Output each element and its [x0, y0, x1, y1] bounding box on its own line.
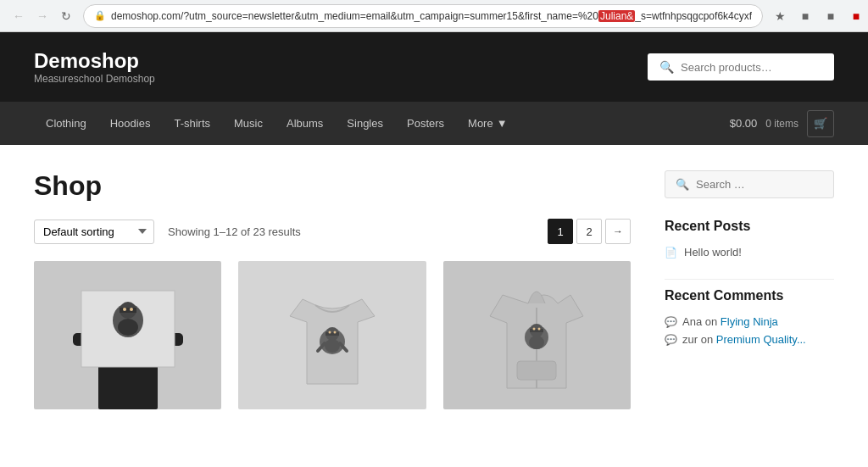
product-card-1[interactable]: [34, 261, 221, 409]
product-card-3[interactable]: [443, 261, 631, 409]
sidebar-post-hello-world[interactable]: 📄 Hello world!: [665, 246, 834, 259]
svg-rect-23: [517, 361, 556, 380]
sidebar: 🔍 Recent Posts 📄 Hello world! Recent Com…: [665, 170, 834, 409]
sidebar-search-input[interactable]: [696, 178, 823, 191]
sidebar-comment-1: 💬 Ana on Flying Ninja: [665, 315, 834, 328]
post-label: Hello world!: [684, 246, 742, 259]
sidebar-search-icon: 🔍: [676, 178, 689, 191]
nav-item-albums[interactable]: Albums: [275, 102, 335, 145]
bookmark-button[interactable]: ★: [770, 6, 790, 26]
sort-select[interactable]: Default sorting Sort by popularity Sort …: [34, 220, 154, 244]
product-image-1: [56, 261, 200, 409]
nav-link-clothing[interactable]: Clothing: [34, 102, 98, 145]
nav-menu: Clothing Hoodies T-shirts Music Albums S…: [34, 102, 520, 145]
nav-item-clothing[interactable]: Clothing: [34, 102, 98, 145]
extension-button-3[interactable]: ■: [846, 6, 866, 26]
svg-point-9: [123, 308, 126, 311]
svg-point-29: [529, 336, 544, 349]
product-card-2[interactable]: [238, 261, 426, 409]
store-logo: Demoshop Measureschool Demoshop: [34, 49, 155, 85]
search-input[interactable]: [681, 61, 822, 74]
nav-link-tshirts[interactable]: T-shirts: [162, 102, 222, 145]
nav-link-posters[interactable]: Posters: [395, 102, 456, 145]
post-icon: 📄: [665, 247, 677, 259]
comment-icon-2: 💬: [665, 334, 677, 346]
nav-item-music[interactable]: Music: [222, 102, 275, 145]
recent-comments-title: Recent Comments: [665, 288, 834, 303]
sidebar-comment-2: 💬 zur on Premium Quality...: [665, 333, 834, 346]
comment-author-2: zur on: [682, 333, 713, 346]
back-button[interactable]: ←: [8, 6, 29, 26]
nav-link-music[interactable]: Music: [222, 102, 275, 145]
forward-button[interactable]: →: [32, 6, 53, 26]
browser-actions: ★ ■ ■ ■: [770, 6, 866, 26]
sidebar-divider-1: [665, 279, 834, 280]
svg-rect-26: [530, 329, 543, 332]
sidebar-search[interactable]: 🔍: [665, 170, 834, 198]
product-image-2: [260, 261, 404, 409]
sidebar-recent-posts: Recent Posts 📄 Hello world!: [665, 219, 834, 259]
nav-item-hoodies[interactable]: Hoodies: [98, 102, 163, 145]
comment-icon-1: 💬: [665, 316, 677, 328]
browser-nav-buttons: ← → ↻: [8, 6, 76, 26]
nav-link-singles[interactable]: Singles: [335, 102, 395, 145]
svg-point-28: [538, 328, 541, 331]
nav-item-tshirts[interactable]: T-shirts: [162, 102, 222, 145]
products-grid: [34, 261, 631, 409]
svg-point-17: [333, 331, 336, 334]
url-highlight: Julian&: [598, 10, 635, 22]
svg-point-18: [325, 339, 340, 353]
sidebar-recent-comments: Recent Comments 💬 Ana on Flying Ninja 💬 …: [665, 288, 834, 346]
results-text: Showing 1–12 of 23 results: [168, 225, 301, 238]
store-nav: Clothing Hoodies T-shirts Music Albums S…: [0, 102, 868, 145]
svg-rect-8: [120, 308, 136, 313]
svg-rect-15: [326, 332, 339, 336]
svg-point-27: [533, 328, 536, 331]
comment-link-1[interactable]: Flying Ninja: [721, 315, 778, 328]
nav-more-label: More: [468, 117, 493, 130]
comment-link-2[interactable]: Premium Quality...: [716, 333, 806, 346]
page-btn-1[interactable]: 1: [548, 219, 573, 244]
nav-link-albums[interactable]: Albums: [275, 102, 335, 145]
cart-items-count: 0 items: [765, 118, 798, 130]
cart-icon: 🛒: [814, 117, 827, 130]
page-btn-next[interactable]: →: [605, 219, 631, 244]
cart-button[interactable]: 🛒: [807, 110, 834, 137]
nav-more-dropdown[interactable]: More ▼: [456, 102, 520, 145]
comment-author-1: Ana: [682, 315, 702, 328]
shop-controls: Default sorting Sort by popularity Sort …: [34, 219, 631, 244]
lock-icon: 🔒: [94, 10, 106, 21]
url-text: demoshop.com/?utm_source=newsletter&utm_…: [111, 10, 752, 22]
header-search[interactable]: 🔍: [648, 53, 834, 81]
page-title: Shop: [34, 170, 631, 202]
search-icon: 🔍: [659, 60, 674, 74]
reload-button[interactable]: ↻: [56, 6, 76, 26]
extension-button-1[interactable]: ■: [795, 6, 815, 26]
cart-price: $0.00: [730, 117, 758, 130]
browser-chrome: ← → ↻ 🔒 demoshop.com/?utm_source=newslet…: [0, 0, 868, 32]
svg-point-11: [118, 319, 138, 336]
url-suffix: _s=wtfnhpsqgcpof6k4cyxf: [635, 10, 752, 22]
cart-area: $0.00 0 items 🛒: [730, 110, 834, 137]
address-bar[interactable]: 🔒 demoshop.com/?utm_source=newsletter&ut…: [83, 4, 763, 28]
url-prefix: demoshop.com/?utm_source=newsletter&utm_…: [111, 10, 598, 22]
logo-name: Demoshop: [34, 49, 155, 73]
content-area: Shop Default sorting Sort by popularity …: [34, 170, 631, 409]
comment-text-2: zur on Premium Quality...: [682, 333, 806, 346]
comment-on-1: on: [705, 315, 721, 328]
comment-text-1: Ana on Flying Ninja: [682, 315, 778, 328]
main-wrapper: Shop Default sorting Sort by popularity …: [0, 145, 868, 435]
svg-point-10: [130, 308, 133, 311]
logo-sub: Measureschool Demoshop: [34, 73, 155, 85]
extension-button-2[interactable]: ■: [821, 6, 841, 26]
nav-item-singles[interactable]: Singles: [335, 102, 395, 145]
nav-link-hoodies[interactable]: Hoodies: [98, 102, 163, 145]
product-image-3: [465, 261, 609, 409]
nav-item-posters[interactable]: Posters: [395, 102, 456, 145]
svg-point-16: [328, 331, 331, 334]
pagination: 1 2 →: [548, 219, 631, 244]
page-btn-2[interactable]: 2: [576, 219, 602, 244]
recent-posts-title: Recent Posts: [665, 219, 834, 234]
chevron-down-icon: ▼: [497, 117, 508, 130]
store-header: Demoshop Measureschool Demoshop 🔍: [0, 32, 868, 102]
